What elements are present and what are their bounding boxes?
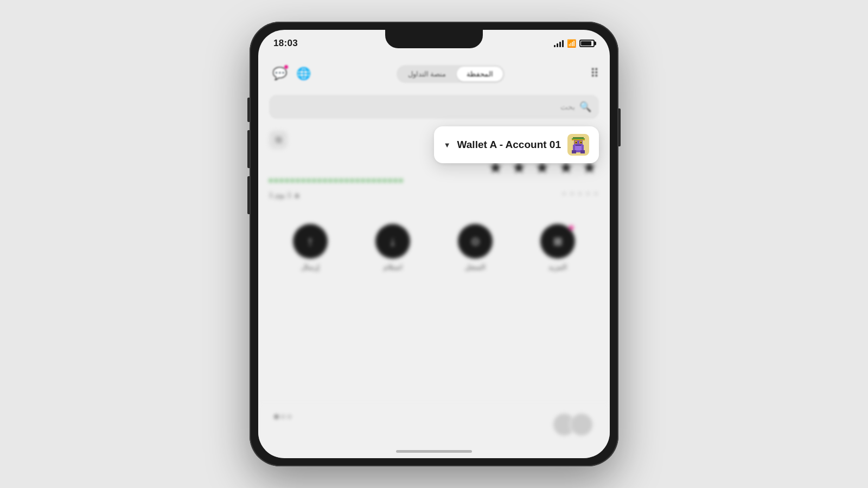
history-label: السجل xyxy=(465,263,486,271)
more-button[interactable]: ⊞ xyxy=(540,224,575,259)
info-row: * * * * * ▲ 1 يوم 1 xyxy=(258,189,610,208)
battery-icon xyxy=(579,40,595,47)
phone-screen: 18:03 📶 💬 xyxy=(258,30,610,458)
more-label: المزيد xyxy=(548,263,567,271)
info-time: ▲ 1 يوم 1 xyxy=(269,191,301,199)
wallet-chevron-icon: ▼ xyxy=(444,141,451,149)
copy-icon[interactable]: ⧉ xyxy=(269,131,288,149)
history-button[interactable]: ⊙ xyxy=(458,224,493,259)
more-icon: ⊞ xyxy=(553,235,563,248)
send-button-wrap: ↑ إرسال xyxy=(293,224,328,271)
volume-up-button xyxy=(247,130,250,168)
tab-portfolio[interactable]: المحفظة xyxy=(457,67,503,81)
send-icon: ↑ xyxy=(307,234,314,249)
svg-rect-10 xyxy=(575,146,582,150)
search-bar[interactable]: بحث 🔍 xyxy=(269,95,599,119)
more-button-wrap: ⊞ المزيد xyxy=(540,224,575,271)
progress-dots xyxy=(269,179,403,182)
receive-icon: ↓ xyxy=(390,234,396,249)
info-stars: * * * * * xyxy=(563,191,599,199)
progress-bar-row xyxy=(258,177,610,189)
tab-trading[interactable]: منصة التداول xyxy=(398,67,456,81)
wallet-avatar xyxy=(567,134,589,156)
chat-icon-wrap[interactable]: 💬 xyxy=(269,63,290,84)
header-left-icons: 💬 🌐 xyxy=(269,63,311,84)
more-notification-dot xyxy=(569,225,574,230)
receive-button-wrap: ↓ استلام xyxy=(375,224,410,271)
page-dot-1 xyxy=(275,415,278,419)
receive-label: استلام xyxy=(384,263,403,271)
history-icon: ⊙ xyxy=(471,235,480,248)
page-dot-2 xyxy=(281,415,285,419)
power-button xyxy=(618,108,621,146)
wifi-icon: 📶 xyxy=(567,39,576,48)
action-buttons: ↑ إرسال ↓ استلام ⊙ السجل xyxy=(258,219,610,277)
wallet-account-name: Wallet A - Account 01 xyxy=(457,139,561,151)
volume-down-button xyxy=(247,176,250,214)
search-placeholder-text: بحث xyxy=(560,102,575,111)
app-content: 💬 🌐 منصة التداول المحفظة ⠿ بحث 🔍 xyxy=(258,30,610,458)
search-icon: 🔍 xyxy=(579,101,591,113)
chat-notification-dot xyxy=(284,65,289,69)
send-button[interactable]: ↑ xyxy=(293,224,328,259)
home-indicator xyxy=(396,450,472,453)
svg-rect-5 xyxy=(576,142,577,143)
phone-frame: 18:03 📶 💬 xyxy=(250,22,618,466)
svg-rect-13 xyxy=(572,139,585,140)
tab-switcher: منصة التداول المحفظة xyxy=(397,65,505,83)
signal-icon xyxy=(554,40,564,47)
receive-button[interactable]: ↓ xyxy=(375,224,410,259)
notch xyxy=(385,30,483,48)
status-time: 18:03 xyxy=(273,38,298,49)
wallet-dropdown[interactable]: ▼ Wallet A - Account 01 xyxy=(434,126,599,163)
svg-rect-7 xyxy=(576,145,581,146)
app-header: 💬 🌐 منصة التداول المحفظة ⠿ xyxy=(258,57,610,91)
bottom-avatars xyxy=(552,413,593,436)
svg-rect-9 xyxy=(580,150,585,153)
history-button-wrap: ⊙ السجل xyxy=(458,224,493,271)
grid-menu-icon[interactable]: ⠿ xyxy=(590,67,599,81)
send-label: إرسال xyxy=(301,263,320,271)
page-indicator xyxy=(275,413,291,419)
svg-rect-8 xyxy=(572,150,576,153)
globe-icon[interactable]: 🌐 xyxy=(296,67,311,81)
bottom-avatar-2 xyxy=(570,413,593,436)
page-dot-3 xyxy=(288,415,291,419)
status-icons: 📶 xyxy=(554,39,595,48)
mute-button xyxy=(247,98,250,122)
svg-rect-6 xyxy=(580,142,582,143)
